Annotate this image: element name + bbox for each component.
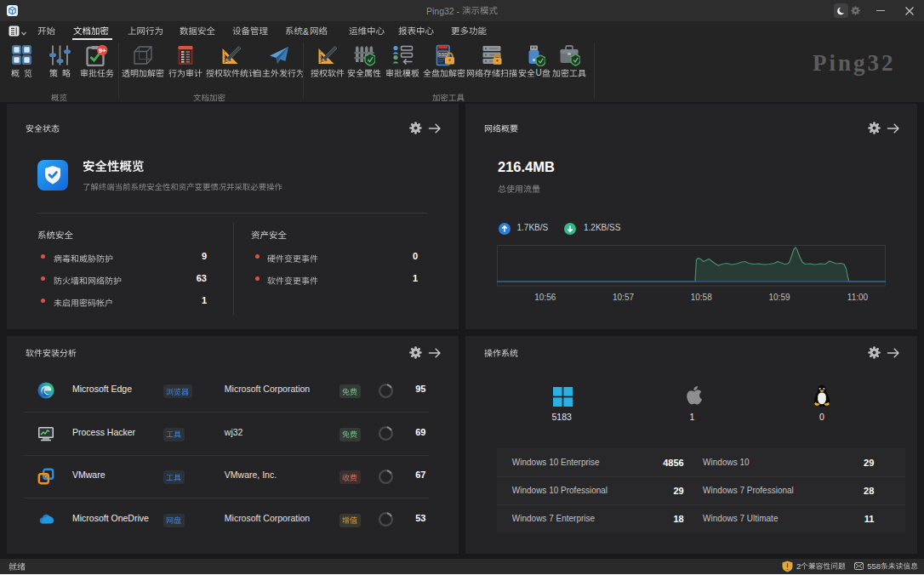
svg-text:9+: 9+ <box>99 46 106 54</box>
